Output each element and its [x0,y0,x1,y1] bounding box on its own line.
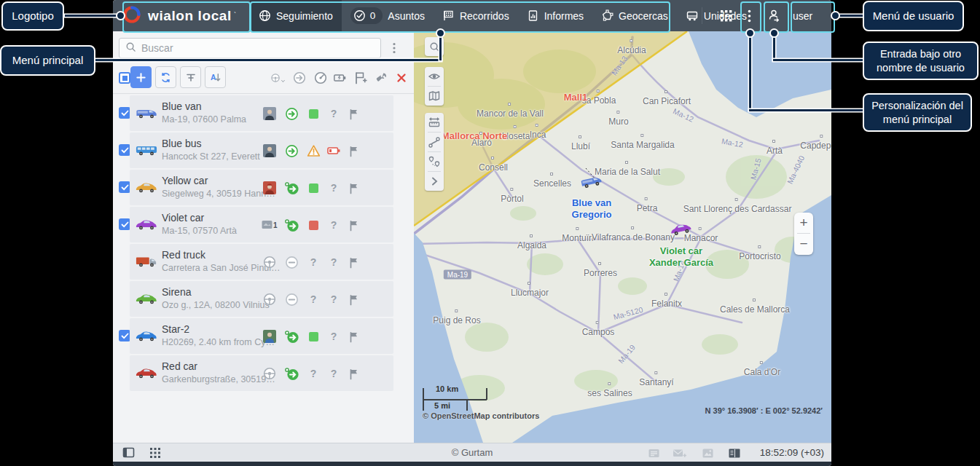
flag-icon[interactable] [345,217,361,233]
add-unit-button[interactable] [130,66,152,88]
unit-checkbox[interactable] [119,107,130,119]
unit-card[interactable]: Blue vanMa-19, 07600 Palma? [130,95,393,131]
flag-icon[interactable] [345,328,361,344]
wrench-icon[interactable] [366,291,382,307]
tab-asuntos[interactable]: 0Asuntos [342,0,434,31]
map[interactable]: Alcúdiasa PoblaCan PicafortMancor de la … [414,31,831,443]
user-menu[interactable]: user [793,0,812,31]
unit-card[interactable]: Red carGarkenburgstraße, 30519…?? [130,355,393,391]
unknown-icon[interactable]: ? [326,106,342,122]
unit-name[interactable]: Sirena [162,286,191,298]
unit-name[interactable]: Blue van [162,100,201,112]
ignition-icon[interactable] [283,180,299,196]
wrench-icon[interactable] [366,328,382,344]
moving-icon[interactable] [283,143,299,159]
tab-informes[interactable]: Informes [518,0,592,31]
battery-low-icon[interactable] [326,143,342,159]
unit-checkbox[interactable] [119,367,130,379]
steering-icon[interactable] [262,254,278,270]
conn-green-icon[interactable] [305,328,321,344]
unknown-icon[interactable]: ? [326,254,342,270]
login-as-user-button[interactable] [761,0,786,31]
search-input[interactable]: Buscar [119,38,381,58]
steering-icon[interactable] [262,291,278,307]
flag-icon[interactable] [345,143,361,159]
wrench-icon[interactable] [366,366,382,382]
avatar-2-icon[interactable] [262,143,278,159]
image-icon[interactable] [700,446,715,459]
zoom-in-button[interactable]: + [794,213,813,233]
unit-name[interactable]: Yellow car [162,175,208,186]
notes-icon[interactable] [646,446,661,459]
wrench-icon[interactable] [374,71,388,85]
route-icon[interactable] [425,133,444,151]
conn-green-icon[interactable] [305,180,321,196]
unknown-icon[interactable]: ? [326,366,342,382]
flag-add-icon[interactable] [353,71,368,85]
steering-icon[interactable] [270,71,285,85]
unknown-icon[interactable]: ? [326,291,342,307]
unknown-icon[interactable]: ? [305,254,321,270]
markers-icon[interactable] [425,152,444,171]
flag-icon[interactable] [345,180,361,196]
motion-icon[interactable] [292,71,307,85]
unit-name[interactable]: Blue bus [162,138,201,149]
unit-card[interactable]: Violet carMa-15, 07570 Artà1? [130,207,393,242]
apps-grid-button[interactable] [713,0,738,31]
wrench-icon[interactable] [366,143,382,159]
mail-plus-icon[interactable] [673,446,687,459]
ignition-icon[interactable] [283,217,299,233]
conn-green-icon[interactable] [305,106,321,122]
menu-customization-button[interactable] [737,0,761,31]
zoom-out-button[interactable]: − [794,234,813,254]
stationary-icon[interactable] [283,254,299,270]
app-logo[interactable]: wialon local ˎ [122,0,240,31]
conn-red-icon[interactable] [305,217,321,233]
unknown-icon[interactable]: ? [326,180,342,196]
flag-icon[interactable] [345,366,361,382]
unit-name[interactable]: Red car [162,360,197,372]
unknown-icon[interactable]: ? [326,328,342,344]
flag-icon[interactable] [345,291,361,307]
eye-icon[interactable] [425,67,444,86]
unit-checkbox[interactable] [119,293,130,304]
unit-name[interactable]: Red truck [162,249,205,261]
unit-card[interactable]: SirenaOzo g., 12A, 08200 Vilnius?? [130,281,393,317]
flag-icon[interactable] [345,254,361,270]
wrench-icon[interactable] [366,217,382,233]
unit-name[interactable]: Star-2 [162,323,189,335]
unit-card[interactable]: Star-2H20269, 2.40 km from Cy…? [130,318,393,354]
unit-card[interactable]: Red truckCarretera a San José Pinul…?? [130,244,393,280]
unit-card[interactable]: Yellow carSiegelweg 4, 30519 Hann…? [130,170,393,205]
tab-geocercas[interactable]: Geocercas [592,0,677,31]
unknown-icon[interactable]: ? [305,366,321,382]
wrench-icon[interactable] [366,254,382,270]
battery-charge-icon[interactable] [333,71,348,85]
gauge-icon[interactable] [313,71,328,85]
refresh-button[interactable] [155,66,176,88]
columns-icon[interactable] [727,446,742,459]
unit-checkbox[interactable] [119,144,130,156]
layers-icon[interactable] [425,87,444,106]
unit-checkbox[interactable] [119,181,130,193]
unit-card[interactable]: Blue busHancock St 227, Everett [130,133,393,168]
unit-name[interactable]: Violet car [162,212,204,224]
avatar-3-icon[interactable] [262,180,278,196]
wrench-icon[interactable] [366,180,382,196]
moving-icon[interactable] [283,106,299,122]
measure-icon[interactable] [425,113,444,132]
select-all-checkbox[interactable] [119,72,130,84]
steering-icon[interactable] [262,366,278,382]
tab-seguimiento[interactable]: Seguimiento [250,0,342,31]
tab-recorridos[interactable]: Recorridos [434,0,518,31]
stationary-icon[interactable] [283,291,299,307]
flag-icon[interactable] [345,106,361,122]
unit-checkbox[interactable] [119,256,130,267]
warning-icon[interactable] [305,143,321,159]
ignition-icon[interactable] [283,366,299,382]
unit-checkbox[interactable] [119,330,130,341]
close-icon[interactable] [394,71,409,85]
worklist-button[interactable] [180,66,201,88]
unknown-icon[interactable]: ? [305,291,321,307]
avatar-4-icon[interactable] [262,328,278,344]
